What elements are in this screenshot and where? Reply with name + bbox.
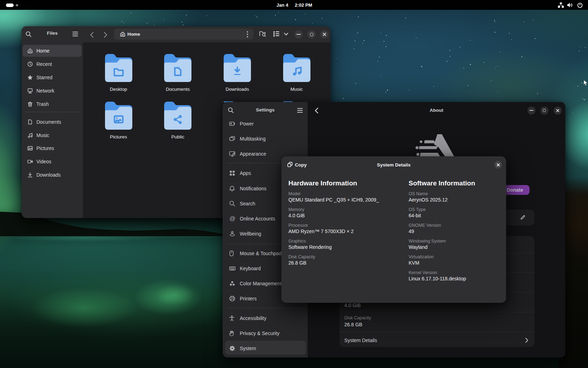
svg-text:@: @ [230,216,236,222]
